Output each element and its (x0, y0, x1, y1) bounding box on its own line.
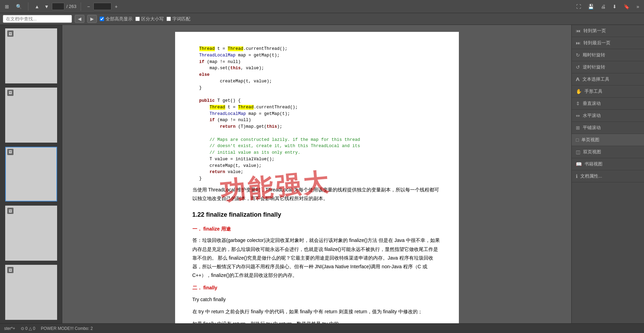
thumb-icon-5: 🖼 (7, 267, 13, 273)
right-panel-go-first[interactable]: ⏮ 转到第一页 (572, 25, 644, 37)
status-mode: POWER MODE!!! Combo: 2 (41, 326, 93, 331)
code-line-g1: Thread t = Thread.currentThread(); (199, 104, 435, 111)
cn-paragraph-1: 当使用 ThreadLocal 维护变量时，ThreadLocal 为每个使用该… (192, 186, 442, 203)
right-panel-scroll-wrap[interactable]: ⊞ 平铺滚动 (572, 122, 644, 134)
go-first-icon: ⏮ (576, 28, 581, 34)
thumbnail-1[interactable]: 🖼 (5, 28, 57, 83)
page-input[interactable]: 30 (52, 3, 64, 10)
download-btn[interactable]: ⬇ (610, 2, 619, 11)
nav-group: ▲ ▼ 30 / 263 (33, 2, 76, 11)
code-line-close: } (199, 176, 435, 182)
right-panel-text-select[interactable]: 𝗔 文本选择工具 (572, 73, 644, 86)
zoom-in-btn[interactable]: + (113, 2, 120, 11)
thumbnail-4[interactable]: 🖼 (5, 206, 57, 261)
subsection-one-heading: 一． finalize 用途 (192, 225, 442, 233)
right-panel-go-last[interactable]: ⏭ 转到最后一页 (572, 37, 644, 49)
doc-props-label: 文档属性... (580, 173, 602, 179)
bookmark-btn[interactable]: 🔖 (622, 2, 632, 11)
pdf-page: 功能强大 Thread t = Thread.currentThread(); … (175, 32, 459, 323)
single-page-label: 单页视图 (581, 137, 599, 143)
print-btn[interactable]: 🖨 (599, 2, 608, 11)
right-panel-hand-tool[interactable]: ✋ 手形工具 (572, 86, 644, 98)
pdf-area[interactable]: 功能强大 Thread t = Thread.currentThread(); … (62, 25, 571, 323)
thumbnail-3[interactable]: 🖼 (5, 147, 57, 202)
code-line-1: Thread t = Thread.currentThread(); (199, 46, 435, 52)
right-panel-double-page[interactable]: ◫ 双页视图 (572, 146, 644, 158)
code-line-3: if (map != null) (199, 59, 435, 65)
right-panel-scroll-v[interactable]: ⇕ 垂直滚动 (572, 98, 644, 110)
subsection-one-content: 答：垃圾回收器(garbage colector)决定回收某对象时，就会运行该对… (192, 236, 442, 280)
right-panel-rotate-ccw[interactable]: ↺ 逆时针旋转 (572, 61, 644, 73)
thumbnail-5[interactable]: 🖼 (5, 265, 57, 320)
separator-1 (28, 2, 28, 11)
doc-props-icon: ℹ (576, 173, 578, 179)
subsection-two-content3: 如果 finally 中没有 return，则执行 try 中 return，数… (192, 320, 442, 323)
right-panel-book-view[interactable]: 📖 书籍视图 (572, 158, 644, 170)
thumb-icon-3: 🖼 (7, 149, 13, 155)
zoom-input[interactable]: 100% (93, 3, 111, 10)
thumbnail-2[interactable]: 🖼 (5, 88, 57, 143)
subsection-two-heading: 二． finally (192, 284, 442, 291)
code-line-g2: ThreadLocalMap map = getMap(t); (199, 111, 435, 117)
next-page-btn[interactable]: ▼ (42, 2, 51, 11)
whole-word-option[interactable]: 字词匹配 (166, 16, 190, 22)
subsection-two-content2: 在 try 中 return 之前会执行 finally 中的代码，如果 fin… (192, 307, 442, 316)
code-comment-2: // doesn't exist, create it, with this T… (199, 143, 435, 150)
right-panel-doc-props[interactable]: ℹ 文档属性... (572, 170, 644, 182)
code-line-g7: return value; (199, 169, 435, 176)
scroll-v-icon: ⇕ (576, 101, 580, 106)
prev-page-btn[interactable]: ▲ (33, 2, 42, 11)
code-line-2: ThreadLocalMap map = getMap(t); (199, 52, 435, 59)
zoom-out-btn[interactable]: − (85, 2, 92, 11)
rotate-ccw-icon: ↺ (576, 64, 580, 70)
thumb-icon-1: 🖼 (7, 30, 13, 37)
go-last-icon: ⏭ (576, 40, 581, 46)
book-view-label: 书籍视图 (584, 161, 602, 167)
match-case-label: 区分大小写 (141, 16, 164, 22)
fullscreen-btn[interactable]: ⛶ (574, 2, 583, 11)
scroll-wrap-label: 平铺滚动 (583, 125, 601, 131)
status-bar: ster*+ ⊙ 0 △ 0 POWER MODE!!! Combo: 2 (0, 323, 644, 333)
whole-word-label: 字词匹配 (172, 16, 190, 22)
hand-tool-label: 手形工具 (584, 88, 602, 94)
search-prev-btn[interactable]: ◀ (75, 15, 84, 23)
separator-2 (81, 2, 81, 11)
code-line-get: public T get() { (199, 98, 435, 104)
scroll-h-icon: ⇔ (576, 113, 580, 118)
code-line-blank2 (199, 130, 435, 137)
right-panel: ⏮ 转到第一页 ⏭ 转到最后一页 ↻ 顺时针旋转 ↺ 逆时针旋转 𝗔 文本选择工… (571, 25, 644, 323)
right-panel-single-page[interactable]: □ 单页视图 (572, 134, 644, 146)
rotate-ccw-label: 逆时针旋转 (583, 64, 605, 70)
search-next-btn[interactable]: ▶ (87, 15, 97, 23)
code-line-g3: if (map != null) (199, 117, 435, 124)
hand-tool-icon: ✋ (576, 89, 582, 94)
code-comment-1: // Maps are constructed lazily. if the m… (199, 137, 435, 143)
code-line-6: createMap(t, value); (199, 78, 435, 85)
right-panel-scroll-h[interactable]: ⇔ 水平滚动 (572, 110, 644, 122)
zoom-group: − 100% + (85, 2, 120, 11)
search-toolbar: ◀ ▶ 全部高亮显示 区分大小写 字词匹配 (0, 13, 644, 25)
highlight-all-checkbox[interactable] (100, 17, 104, 21)
code-line-5: else (199, 72, 435, 78)
code-line-g5: T value = initialValue(); (199, 156, 435, 163)
expand-btn[interactable]: ⊞ (3, 2, 11, 11)
save-btn[interactable]: 💾 (586, 2, 596, 11)
match-case-checkbox[interactable] (135, 17, 140, 21)
whole-word-checkbox[interactable] (166, 17, 171, 21)
search-input[interactable] (3, 15, 72, 23)
single-page-icon: □ (576, 137, 579, 143)
search-btn[interactable]: 🔍 (14, 2, 24, 11)
top-toolbar: ⊞ 🔍 ▲ ▼ 30 / 263 − 100% + ⛶ 💾 🖨 ⬇ 🔖 » (0, 0, 644, 13)
right-panel-rotate-cw[interactable]: ↻ 顺时针旋转 (572, 49, 644, 61)
thumb-icon-4: 🖼 (7, 208, 13, 214)
match-case-option[interactable]: 区分大小写 (135, 16, 164, 22)
page-total: / 263 (66, 4, 76, 9)
text-select-label: 文本选择工具 (582, 76, 609, 82)
section-122-heading: 1.22 finalize finalization finally (192, 210, 442, 220)
code-line-g6: createMap(t, value); (199, 163, 435, 169)
scroll-h-label: 水平滚动 (583, 112, 601, 119)
highlight-all-option[interactable]: 全部高亮显示 (100, 16, 133, 22)
more-btn[interactable]: » (634, 2, 641, 11)
code-block-top: Thread t = Thread.currentThread(); Threa… (192, 46, 442, 182)
scroll-wrap-icon: ⊞ (576, 125, 580, 130)
